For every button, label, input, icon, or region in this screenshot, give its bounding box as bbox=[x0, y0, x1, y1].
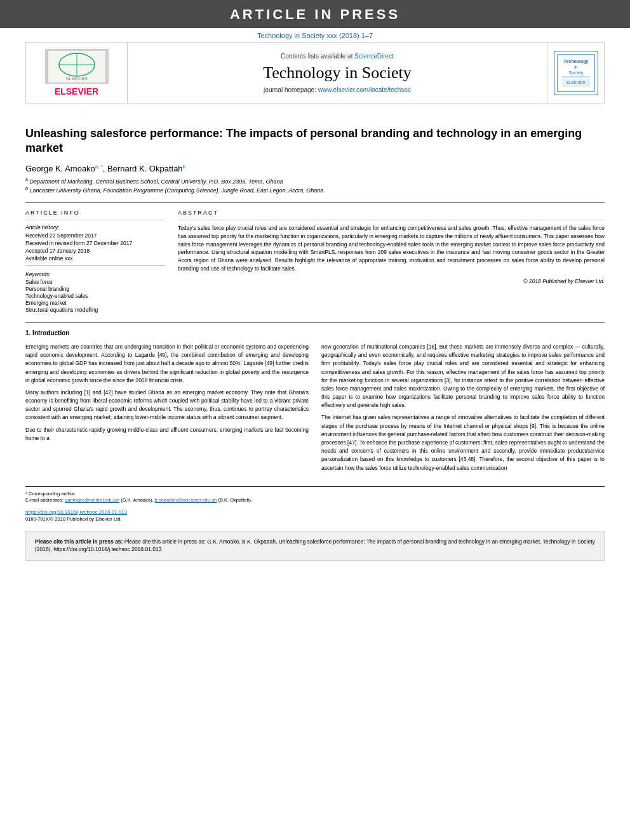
body-two-column: Emerging markets are countries that are … bbox=[25, 343, 605, 476]
author1-name: George K. Amoako bbox=[25, 164, 95, 173]
author2-name: , Bernard K. Okpattah bbox=[103, 164, 183, 173]
author2-sup: b bbox=[183, 164, 185, 170]
main-content: Unleashing salesforce performance: The i… bbox=[0, 103, 630, 567]
copyright-line: © 2018 Published by Elsevier Ltd. bbox=[178, 278, 605, 284]
keywords-label: Keywords: bbox=[25, 271, 165, 277]
keyword-4: Emerging market bbox=[25, 300, 165, 306]
article-in-press-banner: ARTICLE IN PRESS bbox=[0, 0, 630, 28]
doi-link[interactable]: https://doi.org/10.1016/j.techsoc.2018.0… bbox=[25, 509, 127, 515]
footnote-emails: E-mail addresses: gamoako@central.edu.gh… bbox=[25, 497, 605, 504]
article-info-column: ARTICLE INFO Article history: Received 2… bbox=[25, 210, 165, 314]
svg-text:ELSEVIER: ELSEVIER bbox=[65, 76, 87, 81]
doi-line1: https://doi.org/10.1016/j.techsoc.2018.0… bbox=[25, 509, 605, 515]
journal-header-left: ELSEVIER ELSEVIER bbox=[26, 43, 128, 103]
keyword-1: Sales force bbox=[25, 279, 165, 285]
affiliation-a: a Department of Marketing, Central Busin… bbox=[25, 177, 605, 185]
elsevier-logo: ELSEVIER ELSEVIER bbox=[45, 49, 109, 97]
intro-heading: 1. Introduction bbox=[25, 330, 605, 337]
journal-info-line: Technology in Society xxx (2018) 1–7 bbox=[0, 28, 630, 42]
abstract-column: ABSTRACT Today's sales force play crucia… bbox=[178, 210, 605, 314]
divider-abstract bbox=[178, 220, 605, 220]
journal-logo-right: Technology in Society ELSEVIER bbox=[554, 51, 598, 95]
abstract-label: ABSTRACT bbox=[178, 210, 605, 216]
intro-p3: Due to their characteristic rapidly grow… bbox=[25, 426, 309, 443]
divider-body bbox=[25, 323, 605, 323]
svg-text:Society: Society bbox=[568, 70, 583, 76]
homepage-link[interactable]: www.elsevier.com/locate/techsoc bbox=[318, 86, 411, 93]
revised-date: Received in revised form 27 December 201… bbox=[25, 240, 165, 246]
citation-please: Please cite this article in press as: bbox=[35, 538, 124, 545]
article-meta-row: ARTICLE INFO Article history: Received 2… bbox=[25, 210, 605, 314]
affiliation-b: b Lancaster University Ghana, Foundation… bbox=[25, 186, 605, 194]
accepted-date: Accepted 17 January 2018 bbox=[25, 248, 165, 254]
divider-info bbox=[25, 220, 165, 220]
abstract-text: Today's sales force play crucial roles a… bbox=[178, 224, 605, 273]
homepage-line: journal homepage: www.elsevier.com/locat… bbox=[264, 86, 411, 93]
body-col-left: Emerging markets are countries that are … bbox=[25, 343, 309, 476]
footnote-corresponding: * Corresponding author. bbox=[25, 491, 605, 498]
elsevier-logo-image: ELSEVIER bbox=[45, 49, 109, 84]
keyword-5: Structural equations modelling bbox=[25, 307, 165, 313]
journal-header-main: Contents lists available at ScienceDirec… bbox=[128, 43, 547, 103]
intro-p2: Many authors including [1] and [42] have… bbox=[25, 389, 309, 422]
sciencedirect-link[interactable]: ScienceDirect bbox=[354, 53, 394, 60]
svg-text:ELSEVIER: ELSEVIER bbox=[566, 81, 586, 84]
article-title: Unleashing salesforce performance: The i… bbox=[25, 126, 605, 156]
authors-line: George K. Amoakoa, *, Bernard K. Okpatta… bbox=[25, 164, 605, 173]
svg-text:in: in bbox=[574, 65, 578, 69]
divider-keywords bbox=[25, 265, 165, 266]
journal-header-right: Technology in Society ELSEVIER bbox=[547, 43, 604, 103]
intro-p5: The Internet has given sales representat… bbox=[321, 413, 605, 472]
journal-title-header: Technology in Society bbox=[263, 63, 412, 83]
received-date: Received 22 September 2017 bbox=[25, 232, 165, 239]
journal-header: ELSEVIER ELSEVIER Contents lists availab… bbox=[25, 42, 605, 103]
email2-link[interactable]: b.okpattah@lancaster.edu.gh bbox=[155, 497, 217, 503]
elsevier-logo-text: ELSEVIER bbox=[55, 86, 98, 97]
journal-info-text: Technology in Society xxx (2018) 1–7 bbox=[257, 32, 373, 39]
author1-sup: a, * bbox=[95, 164, 103, 170]
body-col-right: new generation of multinational companie… bbox=[321, 343, 605, 476]
svg-text:Technology: Technology bbox=[563, 59, 588, 64]
footnote-area: * Corresponding author. E-mail addresses… bbox=[25, 486, 605, 504]
history-label: Article history: bbox=[25, 224, 165, 230]
divider-top bbox=[25, 203, 605, 203]
copyright-doi-line: 0160-791X/© 2018 Published by Elsevier L… bbox=[25, 516, 605, 522]
banner-text: ARTICLE IN PRESS bbox=[230, 6, 400, 22]
intro-p1: Emerging markets are countries that are … bbox=[25, 343, 309, 385]
contents-line: Contents lists available at ScienceDirec… bbox=[281, 53, 394, 60]
email1-link[interactable]: gamoako@central.edu.gh bbox=[65, 497, 119, 503]
keyword-2: Personal branding bbox=[25, 286, 165, 292]
citation-bar: Please cite this article in press as: Pl… bbox=[25, 531, 605, 561]
keyword-3: Technology-enabled sales bbox=[25, 293, 165, 299]
intro-p4: new generation of multinational companie… bbox=[321, 343, 605, 410]
available-online: Available online xxx bbox=[25, 255, 165, 262]
article-info-label: ARTICLE INFO bbox=[25, 210, 165, 216]
